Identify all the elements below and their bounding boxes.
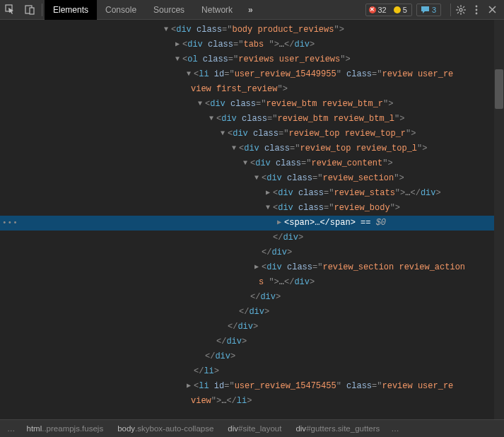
dom-node[interactable]: <div class="review_top review_top_r"> (0, 127, 504, 141)
device-toggle-icon[interactable] (20, 0, 40, 20)
dom-node[interactable]: <div class="body product_reviews"> (0, 23, 504, 37)
dom-node[interactable]: <div class="review_stats">…</div> (0, 186, 504, 201)
svg-line-10 (463, 12, 464, 13)
dom-node-close[interactable]: </div> (0, 231, 504, 245)
close-icon[interactable] (484, 0, 500, 20)
inspect-icon[interactable] (0, 0, 20, 20)
dom-node[interactable]: <li id="user_review_15475455" class="rev… (0, 379, 504, 394)
devtools-toolbar: Elements Console Sources Network » ✕32 5… (0, 0, 504, 20)
issues-badge[interactable]: ✕32 5 (365, 4, 412, 16)
dom-node-close[interactable]: </div> (0, 245, 504, 260)
breadcrumb-bar: …html..preampjs.fusejsbody.skybox-auto-c… (0, 419, 504, 437)
breadcrumb-item[interactable]: div#gutters.site_gutters (288, 420, 387, 438)
dom-node-close[interactable]: </div> (0, 334, 504, 349)
dom-node-close[interactable]: </div> (0, 349, 504, 364)
svg-line-9 (457, 6, 459, 8)
tab-network[interactable]: Network (193, 0, 241, 20)
dom-node-close[interactable]: </div> (0, 305, 504, 320)
dom-node[interactable]: <div class="review_top review_top_l"> (0, 141, 504, 156)
error-count: ✕32 (366, 6, 391, 14)
dom-node-close[interactable]: </li> (0, 364, 504, 379)
dom-node-cont[interactable]: view first_review"> (0, 82, 504, 97)
dom-tree[interactable]: <div class="body product_reviews"><div c… (0, 20, 504, 419)
breadcrumb-item[interactable]: html..preampjs.fusejs (20, 420, 111, 438)
svg-point-14 (476, 8, 478, 11)
scrollbar-thumb[interactable] (495, 69, 503, 109)
dom-node[interactable]: <div class="review_btm review_btm_r"> (0, 97, 504, 112)
dom-node-cont[interactable]: view">…</li> (0, 394, 504, 409)
scrollbar-track[interactable] (494, 20, 504, 419)
settings-icon[interactable] (453, 0, 469, 20)
dom-node[interactable]: <ol class="reviews user_reviews"> (0, 52, 504, 67)
tab-sources[interactable]: Sources (145, 0, 193, 20)
dom-node[interactable]: <div class="review_section review_action (0, 260, 504, 275)
dom-node[interactable]: <li id="user_review_15449955" class="rev… (0, 67, 504, 82)
tab-console[interactable]: Console (97, 0, 145, 20)
svg-line-12 (463, 6, 464, 8)
dom-node-cont[interactable]: s ">…</div> (0, 275, 504, 290)
svg-rect-2 (30, 8, 34, 14)
svg-point-15 (476, 12, 478, 14)
dom-node-close[interactable]: </div> (0, 320, 504, 334)
messages-badge[interactable]: 3 (416, 4, 441, 16)
panel-tabs: Elements Console Sources Network » (45, 0, 260, 20)
svg-point-4 (459, 8, 462, 11)
dom-node[interactable]: <div class="review_content"> (0, 156, 504, 171)
dom-node[interactable]: <div class="review_btm review_btm_l"> (0, 112, 504, 127)
breadcrumb-item[interactable]: div#site_layout (221, 420, 288, 438)
kebab-menu-icon[interactable] (469, 0, 484, 20)
tabs-overflow-icon[interactable]: » (241, 0, 260, 20)
svg-line-11 (457, 12, 459, 13)
dom-node[interactable]: <div class="review_body"> (0, 201, 504, 216)
tab-elements[interactable]: Elements (45, 0, 97, 20)
breadcrumb-item[interactable]: … (387, 420, 404, 438)
dom-node-close[interactable]: </div> (0, 290, 504, 305)
breadcrumb-item[interactable]: body.skybox-auto-collapse (110, 420, 221, 438)
dom-node[interactable]: <div class="tabs ">…</div> (0, 37, 504, 52)
svg-point-13 (476, 5, 478, 7)
dom-node[interactable]: <div class="review_section"> (0, 171, 504, 186)
breadcrumb-item[interactable]: … (3, 420, 20, 438)
svg-rect-3 (421, 6, 429, 11)
warning-count: 5 (391, 6, 411, 14)
dom-node-selected[interactable]: •••<span>…</span> == $0 (0, 216, 504, 231)
